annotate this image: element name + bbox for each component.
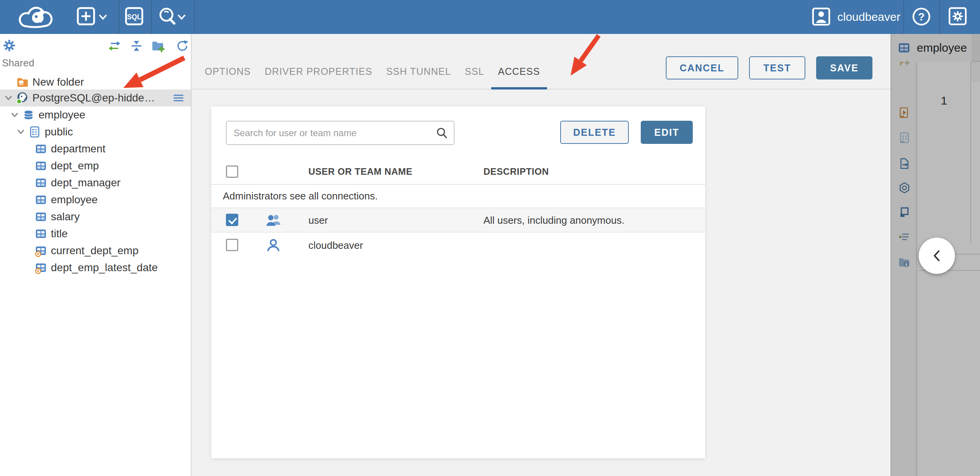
tree-item-database-employee[interactable]: employee bbox=[0, 106, 191, 123]
tree-item-label: New folder bbox=[32, 76, 84, 88]
chevron-down-icon[interactable] bbox=[10, 110, 19, 120]
topbar-divider bbox=[194, 0, 195, 34]
settings-button[interactable] bbox=[948, 7, 967, 26]
refresh-icon[interactable] bbox=[176, 39, 189, 52]
connection-menu-icon[interactable] bbox=[172, 93, 185, 103]
sidebar-toolbar bbox=[0, 38, 186, 53]
tools-button[interactable] bbox=[158, 7, 177, 26]
tab-driver-properties[interactable]: DRIVER PROPERTIES bbox=[258, 56, 379, 89]
table-icon bbox=[35, 160, 47, 172]
navigation-sidebar: Shared New folder PostgreSQL@ep-hidden-.… bbox=[0, 34, 192, 476]
postgresql-icon bbox=[16, 92, 29, 104]
tree-item-label: dept_emp_latest_date bbox=[51, 262, 158, 274]
collapse-all-icon[interactable] bbox=[130, 39, 143, 52]
topbar-divider bbox=[119, 0, 120, 34]
save-button[interactable]: SAVE bbox=[816, 56, 872, 79]
row-checkbox-user[interactable] bbox=[226, 214, 238, 226]
table-icon bbox=[35, 143, 47, 155]
tree-item-postgresql-connection[interactable]: PostgreSQL@ep-hidden-... bbox=[0, 89, 191, 106]
search-input[interactable] bbox=[227, 128, 435, 138]
tree-item-view-current-dept-emp[interactable]: current_dept_emp bbox=[0, 242, 191, 259]
tree-item-table-employee[interactable]: employee bbox=[0, 191, 191, 208]
new-connection-chevron-down-icon[interactable] bbox=[98, 13, 108, 21]
data-editor-panel: employee bbox=[891, 34, 980, 476]
tab-access[interactable]: ACCESS bbox=[491, 56, 547, 89]
tree-item-label: employee bbox=[51, 194, 98, 206]
user-name-label[interactable]: cloudbeaver bbox=[837, 0, 900, 34]
tree-item-table-dept-manager[interactable]: dept_manager bbox=[0, 174, 191, 191]
tree-item-label: title bbox=[51, 228, 68, 240]
tree-item-table-department[interactable]: department bbox=[0, 140, 191, 157]
connection-tabs: OPTIONS DRIVER PROPERTIES SSH TUNNEL SSL… bbox=[198, 56, 547, 89]
sidebar-settings-gear-icon[interactable] bbox=[3, 39, 15, 52]
tree-item-label: dept_emp bbox=[51, 160, 99, 172]
select-all-checkbox[interactable] bbox=[226, 165, 238, 178]
chevron-down-icon[interactable] bbox=[4, 93, 13, 103]
tree-item-table-dept-emp[interactable]: dept_emp bbox=[0, 157, 191, 174]
chevron-down-icon[interactable] bbox=[16, 127, 25, 137]
top-bar: SQL cloudbeaver ? bbox=[0, 0, 980, 34]
edit-button[interactable]: EDIT bbox=[641, 121, 693, 144]
tree-item-schema-public[interactable]: public bbox=[0, 123, 191, 140]
column-header-name: USER OR TEAM NAME bbox=[308, 166, 413, 177]
new-connection-button[interactable] bbox=[76, 7, 96, 26]
tree-item-label: dept_manager bbox=[51, 177, 121, 189]
svg-text:?: ? bbox=[918, 11, 925, 23]
tree-item-label: salary bbox=[51, 211, 80, 223]
table-icon bbox=[35, 228, 47, 240]
tree-item-table-title[interactable]: title bbox=[0, 225, 191, 242]
topbar-divider bbox=[151, 0, 152, 34]
tab-ssl[interactable]: SSL bbox=[458, 56, 491, 89]
connection-settings-panel: OPTIONS DRIVER PROPERTIES SSH TUNNEL SSL… bbox=[192, 34, 891, 476]
schema-icon bbox=[29, 126, 41, 138]
tree-item-table-salary[interactable]: salary bbox=[0, 208, 191, 225]
collapse-panel-button[interactable] bbox=[919, 238, 955, 274]
search-box bbox=[226, 121, 455, 145]
delete-button[interactable]: DELETE bbox=[560, 121, 629, 144]
tab-options[interactable]: OPTIONS bbox=[198, 56, 258, 89]
access-table-header: USER OR TEAM NAME DESCRIPTION bbox=[211, 159, 705, 185]
row-checkbox-cloudbeaver[interactable] bbox=[226, 239, 238, 251]
add-folder-icon[interactable] bbox=[151, 39, 165, 52]
view-icon bbox=[35, 245, 47, 257]
test-button[interactable]: TEST bbox=[749, 56, 805, 79]
sql-editor-button[interactable]: SQL bbox=[125, 7, 144, 26]
tree-item-new-folder[interactable]: New folder bbox=[0, 74, 191, 91]
tree-item-label: department bbox=[51, 143, 106, 155]
search-icon[interactable] bbox=[435, 127, 448, 140]
access-settings-card: DELETE EDIT USER OR TEAM NAME DESCRIPTIO… bbox=[211, 106, 705, 458]
team-icon bbox=[265, 212, 281, 228]
tree-item-view-dept-emp-latest-date[interactable]: dept_emp_latest_date bbox=[0, 259, 191, 276]
database-icon bbox=[22, 109, 35, 121]
row-name: cloudbeaver bbox=[308, 240, 363, 252]
table-icon bbox=[35, 194, 47, 206]
help-button[interactable]: ? bbox=[911, 7, 931, 27]
tools-chevron-down-icon[interactable] bbox=[177, 13, 187, 21]
table-row-cloudbeaver[interactable]: cloudbeaver bbox=[211, 233, 705, 258]
cancel-button[interactable]: CANCEL bbox=[666, 56, 738, 79]
admin-notice-text: Administrators see all connections. bbox=[223, 190, 378, 202]
tree-item-label: PostgreSQL@ep-hidden-... bbox=[32, 92, 160, 104]
svg-text:SQL: SQL bbox=[127, 13, 141, 21]
table-row-user[interactable]: user All users, including anonymous. bbox=[211, 208, 705, 233]
folder-database-icon bbox=[16, 76, 29, 88]
topbar-divider bbox=[903, 0, 904, 34]
table-icon bbox=[35, 211, 47, 223]
user-avatar[interactable] bbox=[812, 7, 831, 26]
row-description: All users, including anonymous. bbox=[483, 214, 625, 226]
tree-item-label: employee bbox=[39, 109, 85, 121]
row-name: user bbox=[308, 214, 328, 226]
tree-item-label: current_dept_emp bbox=[51, 245, 138, 257]
view-icon bbox=[35, 262, 47, 274]
sidebar-section-label: Shared bbox=[2, 57, 34, 69]
dialog-action-buttons: CANCEL TEST SAVE bbox=[666, 56, 872, 79]
topbar-divider bbox=[939, 0, 940, 34]
sync-navigator-icon[interactable] bbox=[108, 39, 121, 52]
admin-notice-row: Administrators see all connections. bbox=[211, 184, 705, 208]
tab-ssh-tunnel[interactable]: SSH TUNNEL bbox=[379, 56, 458, 89]
column-header-description: DESCRIPTION bbox=[483, 166, 549, 177]
table-icon bbox=[35, 177, 47, 189]
access-toolbar: DELETE EDIT bbox=[560, 121, 693, 144]
cloudbeaver-logo[interactable] bbox=[17, 2, 53, 32]
tree-item-label: public bbox=[45, 126, 73, 138]
